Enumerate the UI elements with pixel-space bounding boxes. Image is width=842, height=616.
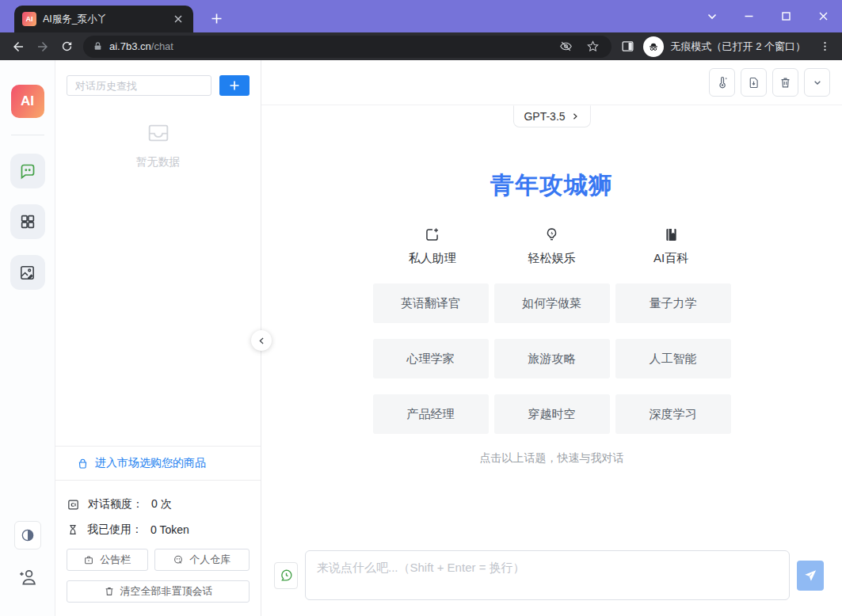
market-link[interactable]: 进入市场选购您的商品 [55,446,261,481]
window-controls [693,0,842,32]
market-link-label: 进入市场选购您的商品 [95,456,206,470]
tab-title: AI服务_泵小丫 [43,13,165,26]
topic-grid: 英语翻译官 如何学做菜 量子力学 心理学家 旅游攻略 人工智能 产品经理 穿越时… [373,283,731,434]
model-selector[interactable]: GPT-3.5 [512,105,590,127]
half-circle-icon [20,527,36,543]
chat-history-button[interactable] [274,562,298,589]
quota-value: 0 次 [151,497,172,511]
file-download-icon [747,76,760,89]
chevron-down-icon [811,76,824,89]
topic-button[interactable]: 旅游攻略 [494,339,610,378]
compass-circle-icon [173,554,184,565]
theme-toggle-button[interactable] [14,521,41,549]
category-assistant[interactable]: 私人助理 [373,226,493,266]
side-panel-icon[interactable] [618,36,638,57]
rail-divider [11,135,44,135]
paper-plane-icon [803,568,817,583]
header-collapse-button[interactable] [804,68,830,97]
category-fun[interactable]: 轻松娱乐 [492,226,611,266]
browser-tab[interactable]: AI AI服务_泵小丫 [14,6,193,32]
book-icon [663,226,680,243]
bubble-clock-icon [279,568,294,583]
incognito-label: 无痕模式（已打开 2 个窗口） [671,40,806,54]
topic-button[interactable]: 如何学做菜 [494,283,610,323]
incognito-badge[interactable]: 无痕模式（已打开 2 个窗口） [640,36,812,57]
topic-button[interactable]: 人工智能 [615,339,731,378]
invite-user-button[interactable] [17,567,38,587]
browser-toolbar: ai.7b3.cn/chat 无痕模式（已打开 2 个窗口） [0,32,842,60]
lock-icon [93,41,103,51]
send-button[interactable] [797,561,824,591]
browser-menu-icon[interactable] [813,36,836,58]
trash-icon [104,586,115,597]
reload-icon[interactable] [55,35,78,58]
quota-card-icon [67,498,80,511]
model-name: GPT-3.5 [524,110,565,123]
new-tab-button[interactable] [206,8,227,29]
page-title: 青年攻城狮 [373,169,731,202]
announcement-label: 公告栏 [100,553,131,567]
quota-label: 对话额度： [88,497,143,511]
topic-button[interactable]: 深度学习 [615,394,731,434]
lightbulb-icon [543,226,560,243]
usage-row: 我已使用： 0 Token [67,517,250,542]
forward-icon[interactable] [31,35,54,58]
topic-button[interactable]: 量子力学 [615,283,731,323]
tab-favicon: AI [22,12,36,26]
topic-button[interactable]: 产品经理 [373,394,489,434]
usage-value: 0 Token [150,523,189,536]
minimize-icon[interactable] [730,0,768,32]
clear-sessions-label: 清空全部非置顶会话 [120,584,213,599]
topic-button[interactable]: 英语翻译官 [373,283,489,323]
empty-state-label: 暂无数据 [136,155,181,169]
incognito-icon [643,36,664,57]
empty-tray-icon [146,120,171,146]
board-icon [83,554,94,565]
clear-sessions-button[interactable]: 清空全部非置顶会话 [67,580,250,603]
eye-off-icon[interactable] [556,36,577,57]
message-input[interactable] [305,550,790,600]
back-icon[interactable] [6,35,29,58]
category-label: AI百科 [653,251,688,266]
warehouse-label: 个人仓库 [189,553,231,567]
add-person-icon [17,567,38,587]
history-panel: 暂无数据 进入市场选购您的商品 对话额度： 0 次 我已使用： 0 Token [55,60,261,616]
category-label: 轻松娱乐 [528,251,576,266]
composer [274,550,824,600]
add-box-icon [424,226,440,243]
url-text: ai.7b3.cn/chat [109,40,173,52]
nav-image-button[interactable] [10,255,45,290]
delete-chat-button[interactable] [772,68,798,97]
thermometer-icon [715,75,730,89]
chat-main: GPT-3.5 青年攻城狮 私人助理 轻松娱乐 AI百科 [261,60,842,616]
chevron-left-icon [257,336,267,346]
bookmark-star-icon[interactable] [583,36,604,57]
topics-hint: 点击以上话题，快速与我对话 [373,451,731,466]
temperature-button[interactable] [709,68,735,97]
category-row: 私人助理 轻松娱乐 AI百科 [373,226,731,266]
tab-search-icon[interactable] [693,0,730,32]
usage-label: 我已使用： [87,523,143,537]
maximize-icon[interactable] [768,0,805,32]
nav-apps-button[interactable] [10,204,45,239]
nav-chat-button[interactable] [10,154,45,188]
topic-button[interactable]: 心理学家 [373,339,489,378]
panel-footer: 进入市场选购您的商品 对话额度： 0 次 我已使用： 0 Token 公告栏 [55,446,261,616]
chevron-right-icon [570,112,580,121]
announcement-button[interactable]: 公告栏 [67,549,148,571]
sidebar-collapse-button[interactable] [251,330,272,351]
trash-icon [779,76,792,89]
main-header [261,60,842,105]
address-bar[interactable]: ai.7b3.cn/chat [83,36,611,58]
plus-icon [229,80,240,91]
icon-rail: AI [0,60,55,616]
warehouse-button[interactable]: 个人仓库 [154,549,250,571]
history-search-input[interactable] [67,75,211,96]
category-encyclopedia[interactable]: AI百科 [611,226,731,266]
new-chat-button[interactable] [219,75,250,96]
quota-row: 对话额度： 0 次 [67,492,250,517]
save-chat-button[interactable] [741,68,767,97]
tab-close-icon[interactable] [171,12,185,26]
topic-button[interactable]: 穿越时空 [494,394,610,434]
close-icon[interactable] [805,0,842,32]
